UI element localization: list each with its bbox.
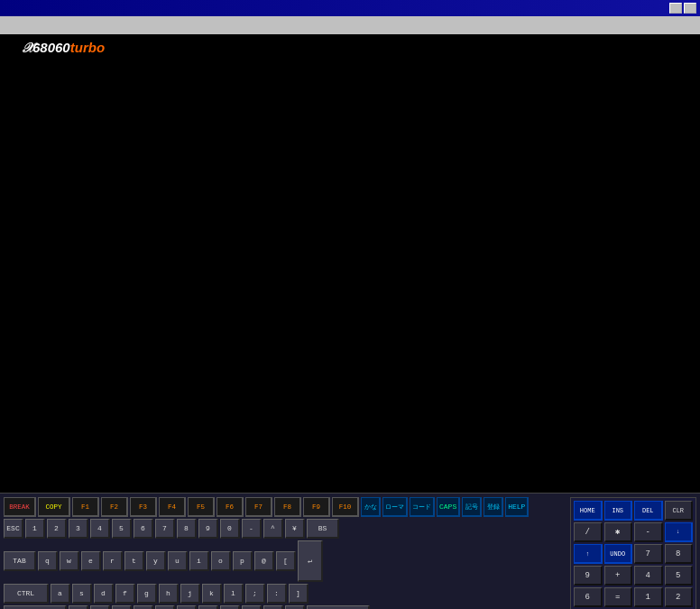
key-n[interactable]: n: [177, 605, 197, 609]
key-tab[interactable]: TAB: [4, 551, 36, 571]
key-minus[interactable]: -: [242, 519, 262, 539]
key-num-9[interactable]: 9: [574, 566, 603, 586]
key-yen[interactable]: ¥: [285, 519, 305, 539]
key-shift-left[interactable]: SHIFT: [4, 605, 67, 609]
key-f1[interactable]: F1: [72, 497, 99, 517]
key-colon[interactable]: :: [267, 584, 287, 604]
key-num-5[interactable]: 5: [665, 566, 694, 586]
key-copy[interactable]: COPY: [38, 497, 70, 517]
key-b[interactable]: b: [155, 605, 175, 609]
key-t[interactable]: t: [124, 551, 144, 571]
key-u[interactable]: u: [168, 551, 188, 571]
key-code[interactable]: コード: [410, 497, 435, 517]
key-x[interactable]: x: [90, 605, 110, 609]
key-num-minus[interactable]: -: [634, 522, 663, 542]
key-caret[interactable]: ^: [263, 519, 283, 539]
key-f3[interactable]: F3: [130, 497, 157, 517]
key-m[interactable]: m: [198, 605, 218, 609]
key-d[interactable]: d: [94, 584, 114, 604]
key-z[interactable]: z: [69, 605, 88, 609]
key-e[interactable]: e: [81, 551, 101, 571]
key-g[interactable]: g: [137, 584, 157, 604]
key-0[interactable]: 0: [220, 519, 240, 539]
key-slash[interactable]: /: [263, 605, 283, 609]
menu-settings[interactable]: [65, 23, 76, 27]
key-del[interactable]: DEL: [634, 501, 663, 521]
menu-audio[interactable]: [40, 23, 51, 27]
key-o[interactable]: o: [211, 551, 231, 571]
key-h[interactable]: h: [159, 584, 179, 604]
key-num-1[interactable]: 1: [634, 587, 663, 607]
key-rollup-arrow[interactable]: ↑: [574, 544, 603, 564]
key-y[interactable]: y: [146, 551, 166, 571]
close-button[interactable]: [684, 3, 696, 14]
key-num-eq[interactable]: =: [604, 587, 633, 607]
key-7[interactable]: 7: [155, 519, 175, 539]
key-q[interactable]: q: [38, 551, 58, 571]
key-num-mul[interactable]: ✱: [604, 522, 633, 542]
key-9[interactable]: 9: [198, 519, 218, 539]
key-bracket-right[interactable]: ]: [289, 584, 309, 604]
key-5[interactable]: 5: [112, 519, 132, 539]
key-f[interactable]: f: [115, 584, 135, 604]
key-num-6[interactable]: 6: [574, 587, 603, 607]
key-f6[interactable]: F6: [216, 497, 244, 517]
key-f5[interactable]: F5: [188, 497, 215, 517]
key-kana[interactable]: かな: [361, 497, 381, 517]
key-3[interactable]: 3: [69, 519, 88, 539]
key-v[interactable]: v: [134, 605, 153, 609]
restore-button[interactable]: [669, 3, 682, 14]
menu-input[interactable]: [52, 23, 63, 27]
key-f10[interactable]: F10: [332, 497, 359, 517]
key-break[interactable]: BREAK: [4, 497, 36, 517]
key-f8[interactable]: F8: [274, 497, 301, 517]
key-f2[interactable]: F2: [101, 497, 128, 517]
key-bs[interactable]: BS: [307, 519, 339, 539]
key-r[interactable]: r: [103, 551, 123, 571]
key-num-2[interactable]: 2: [665, 587, 694, 607]
key-period[interactable]: .: [242, 605, 262, 609]
key-bracket-left[interactable]: [: [276, 551, 296, 571]
key-caps[interactable]: CAPS: [437, 497, 460, 517]
key-clr[interactable]: CLR: [665, 501, 694, 521]
menu-mpu[interactable]: [14, 23, 25, 27]
key-w[interactable]: w: [60, 551, 79, 571]
key-j[interactable]: j: [180, 584, 200, 604]
key-p[interactable]: p: [233, 551, 253, 571]
key-kigou[interactable]: 記号: [462, 497, 482, 517]
key-ctrl[interactable]: CTRL: [4, 584, 49, 604]
key-c[interactable]: c: [112, 605, 132, 609]
key-num-div[interactable]: /: [574, 522, 603, 542]
key-undo[interactable]: UNDO: [604, 544, 633, 564]
key-k[interactable]: k: [202, 584, 222, 604]
key-f9[interactable]: F9: [303, 497, 330, 517]
menu-file[interactable]: [2, 23, 13, 27]
key-comma[interactable]: ,: [220, 605, 240, 609]
key-s[interactable]: s: [72, 584, 92, 604]
key-rolldown[interactable]: ↓: [665, 522, 694, 542]
key-i[interactable]: i: [189, 551, 209, 571]
key-8[interactable]: 8: [177, 519, 197, 539]
key-1[interactable]: 1: [25, 519, 45, 539]
key-num-8[interactable]: 8: [665, 544, 694, 564]
key-underscore[interactable]: _: [285, 605, 305, 609]
menu-screen[interactable]: [27, 23, 38, 27]
key-roma[interactable]: ローマ: [382, 497, 408, 517]
key-2[interactable]: 2: [47, 519, 67, 539]
key-help[interactable]: HELP: [505, 497, 529, 517]
menu-language[interactable]: [78, 23, 88, 27]
key-6[interactable]: 6: [134, 519, 153, 539]
key-home[interactable]: HOME: [574, 501, 603, 521]
key-esc[interactable]: ESC: [4, 519, 23, 539]
key-num-4[interactable]: 4: [634, 566, 663, 586]
key-f4[interactable]: F4: [159, 497, 186, 517]
key-f7[interactable]: F7: [245, 497, 272, 517]
key-l[interactable]: l: [224, 584, 244, 604]
key-num-7[interactable]: 7: [634, 544, 663, 564]
key-at[interactable]: @: [254, 551, 274, 571]
key-a[interactable]: a: [51, 584, 70, 604]
key-num-plus[interactable]: +: [604, 566, 633, 586]
key-semicolon[interactable]: ;: [245, 584, 265, 604]
key-touroku[interactable]: 登録: [484, 497, 503, 517]
key-4[interactable]: 4: [90, 519, 110, 539]
